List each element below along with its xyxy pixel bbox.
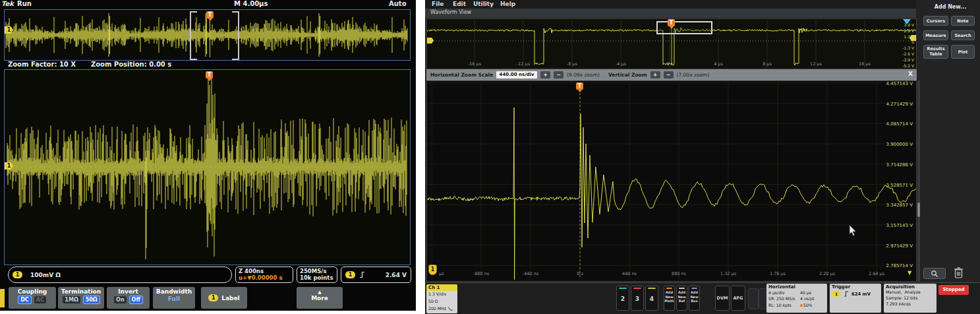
main-x-tick: 880 ns <box>672 271 686 276</box>
invert-button[interactable]: Invert On Off <box>107 287 150 309</box>
channel1-settings-badge[interactable]: Ch 1 1.3 V/div 50 Ω 200 MHz <box>426 284 457 313</box>
zoom-scale-readout: Z 400ns u+▼0.00000 s <box>235 267 293 283</box>
main-y-tick: 3.714286 V <box>886 162 913 168</box>
zoom-mode-button[interactable] <box>923 268 946 279</box>
afg-button[interactable]: AFG <box>731 286 745 311</box>
timebase-readout: M 4.00µs <box>234 0 268 7</box>
zoom-window-bracket-right[interactable] <box>232 11 239 60</box>
h-zoom-ratio: (9.09x zoom) <box>567 72 600 78</box>
zoom-factor-label: Zoom Factor: 10 X <box>8 61 76 68</box>
settings-bar: Ch 1 1.3 V/div 50 Ω 200 MHz 2 3 4 Add Ne… <box>425 282 980 314</box>
menu-edit[interactable]: Edit <box>453 1 466 7</box>
zoom-position-icon: u+▼ <box>239 274 252 281</box>
label-button[interactable]: 1 Label <box>201 287 247 309</box>
channel4-button[interactable]: 4 <box>645 286 658 311</box>
termination-1m-option[interactable]: 1MΩ <box>63 296 80 303</box>
close-zoom-icon[interactable]: X <box>908 71 913 77</box>
bus-color-stripe <box>691 288 697 289</box>
add-results-table-button[interactable]: Results Table <box>923 45 948 59</box>
menu-bar: File Edit Utility Help <box>425 0 916 9</box>
channel2-button[interactable]: 2 <box>616 286 629 311</box>
dvm-button[interactable]: DVM <box>715 286 730 311</box>
acquisition-settings-badge[interactable]: Acquisition Manual, Analyze Sample: 12 b… <box>884 284 937 313</box>
add-search-button[interactable]: Search <box>951 30 975 40</box>
vertical-scrollbar[interactable] <box>917 80 920 282</box>
scrollbar-grip[interactable] <box>917 203 920 217</box>
trigger-position-marker[interactable]: T <box>668 19 675 26</box>
bandwidth-button[interactable]: Bandwidth Full <box>153 287 195 309</box>
add-new-math-button[interactable]: Add New Math <box>664 286 675 311</box>
zoom-waveform <box>5 70 409 263</box>
menu-help[interactable]: Help <box>500 1 515 7</box>
overview-x-tick: 4 µs <box>714 61 723 67</box>
coupling-dc-option[interactable]: DC <box>18 296 31 303</box>
add-new-bus-button[interactable]: Add New Bus <box>689 286 700 311</box>
add-measure-button[interactable]: Measure <box>923 30 948 40</box>
overview-y-tick: -5.2 V <box>902 63 914 68</box>
tek-logo: Tek <box>1 0 14 7</box>
ref-color-stripe <box>679 288 685 289</box>
main-y-tick: 3.342857 V <box>886 203 913 208</box>
empty-slot-button[interactable] <box>748 288 759 309</box>
overview-y-tick: 0 <box>911 40 914 44</box>
coupling-ac-option[interactable]: AC <box>34 296 46 303</box>
channel3-button[interactable]: 3 <box>631 286 644 311</box>
overview-y-tick: -2.6 V <box>902 51 914 56</box>
invert-on-option[interactable]: On <box>114 296 127 303</box>
trigger-source-badge: 1 <box>345 271 355 278</box>
trigger-position-marker[interactable]: T <box>206 11 214 18</box>
right-oscilloscope-screen: File Edit Utility Help Waveform View T -… <box>425 0 980 314</box>
zoom-scale-value: Z 400ns <box>239 268 290 274</box>
add-note-button[interactable]: Note <box>951 16 975 26</box>
trigger-source-badge: 1 <box>832 291 841 297</box>
menu-utility[interactable]: Utility <box>473 1 494 7</box>
acquisition-title: Acquisition <box>886 284 935 290</box>
channel1-badge[interactable]: 1 <box>428 265 437 275</box>
waveform-view-tab[interactable]: Waveform View <box>425 9 916 18</box>
add-new-title: Add New... <box>921 4 980 10</box>
zoom-window-bracket-left[interactable] <box>190 11 197 60</box>
add-cursors-button[interactable]: Cursors <box>923 16 948 26</box>
position-dot-icon <box>800 304 803 307</box>
menu-file[interactable]: File <box>432 1 444 7</box>
more-button[interactable]: ▲ More <box>297 287 343 309</box>
horizontal-title: Horizontal <box>768 284 825 290</box>
magnifier-icon <box>931 270 938 278</box>
trigger-slope-icon <box>844 291 849 297</box>
main-y-tick: 2.785714 V <box>886 263 913 268</box>
acquisition-readout: 250MS/s 10k points <box>297 267 337 283</box>
main-x-tick: -880 ns <box>473 271 489 276</box>
trash-icon[interactable] <box>954 267 964 279</box>
trigger-settings-badge[interactable]: Trigger 1 624 mV <box>830 284 881 313</box>
horizontal-settings-badge[interactable]: Horizontal 4 µs/div 40 µs SR: 250 MS/s 4… <box>766 284 827 313</box>
waveform-view-title: Waveform View <box>430 9 471 15</box>
record-length-value: 10k points <box>300 274 334 281</box>
channel-readout: 1 100mV Ω <box>8 267 232 283</box>
trigger-position-marker[interactable]: T <box>576 82 583 90</box>
ch1-impedance: 50 Ω <box>428 298 457 305</box>
termination-50-option[interactable]: 50Ω <box>84 296 100 303</box>
offscreen-arrow-icon: ▼ <box>908 270 911 276</box>
coupling-button[interactable]: Coupling DC AC <box>9 287 56 309</box>
v-zoom-plus-button[interactable]: + <box>650 71 660 78</box>
v-zoom-minus-button[interactable]: − <box>664 71 674 78</box>
horizontal-zoom-scale-input[interactable]: 440.00 ns/div <box>496 71 537 78</box>
h-zoom-plus-button[interactable]: + <box>540 71 550 78</box>
overview-waveform-window: T 1 <box>4 9 411 61</box>
add-new-ref-button[interactable]: Add New Ref <box>676 286 687 311</box>
h-record-length: RL: 10 kpts <box>768 302 800 308</box>
add-plot-button[interactable]: Plot <box>951 45 975 59</box>
h-zoom-minus-button[interactable]: − <box>554 71 563 78</box>
stopped-status-button[interactable]: Stopped <box>938 285 969 295</box>
zoom-region-box[interactable] <box>656 21 712 34</box>
vertical-zoom-label: Vertical Zoom <box>608 72 647 78</box>
termination-button[interactable]: Termination 1MΩ 50Ω <box>58 287 104 309</box>
channel-scale-text: 100mV Ω <box>30 272 61 278</box>
main-x-tick: 0 s <box>577 271 583 276</box>
main-x-tick: 2.20 µs <box>819 271 835 276</box>
main-y-tick: 4.457143 V <box>886 81 913 86</box>
trigger-position-marker[interactable]: T <box>206 71 213 78</box>
main-y-tick: 3.157143 V <box>886 223 913 228</box>
acquisition-mode: Manual, Analyze <box>886 290 935 296</box>
invert-off-option[interactable]: Off <box>130 296 142 303</box>
